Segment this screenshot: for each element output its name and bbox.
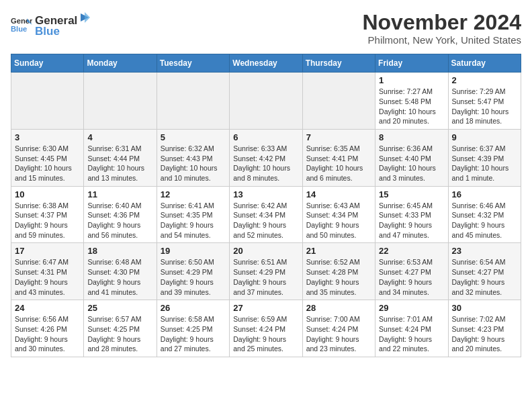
- day-number: 1: [379, 75, 444, 85]
- day-info: Sunrise: 7:27 AM Sunset: 5:48 PM Dayligh…: [379, 87, 444, 126]
- day-info: Sunrise: 6:33 AM Sunset: 4:42 PM Dayligh…: [233, 144, 298, 183]
- day-info: Sunrise: 6:35 AM Sunset: 4:41 PM Dayligh…: [306, 144, 371, 183]
- calendar-week-row: 24Sunrise: 6:56 AM Sunset: 4:26 PM Dayli…: [11, 300, 521, 357]
- day-number: 19: [161, 246, 226, 256]
- calendar-cell: 24Sunrise: 6:56 AM Sunset: 4:26 PM Dayli…: [11, 300, 84, 357]
- day-number: 15: [379, 189, 444, 199]
- day-number: 30: [452, 303, 517, 313]
- calendar-cell: [230, 73, 302, 130]
- weekday-header: Sunday: [11, 54, 84, 73]
- day-info: Sunrise: 6:58 AM Sunset: 4:25 PM Dayligh…: [161, 314, 226, 354]
- day-info: Sunrise: 6:36 AM Sunset: 4:40 PM Dayligh…: [379, 144, 444, 183]
- day-number: 29: [379, 303, 444, 313]
- logo-arrow-icon: [78, 11, 91, 24]
- day-info: Sunrise: 6:54 AM Sunset: 4:27 PM Dayligh…: [452, 257, 517, 297]
- calendar-cell: 3Sunrise: 6:30 AM Sunset: 4:45 PM Daylig…: [11, 129, 84, 186]
- day-number: 2: [452, 75, 517, 85]
- day-number: 10: [15, 189, 80, 199]
- calendar-cell: 22Sunrise: 6:53 AM Sunset: 4:27 PM Dayli…: [375, 243, 448, 300]
- weekday-header: Thursday: [302, 54, 375, 73]
- day-number: 14: [306, 189, 371, 199]
- calendar-cell: [84, 73, 157, 130]
- calendar-cell: 30Sunrise: 7:02 AM Sunset: 4:23 PM Dayli…: [448, 300, 521, 357]
- day-number: 8: [379, 132, 444, 142]
- calendar-cell: 27Sunrise: 6:59 AM Sunset: 4:24 PM Dayli…: [230, 300, 302, 357]
- day-number: 27: [233, 303, 298, 313]
- day-info: Sunrise: 6:59 AM Sunset: 4:24 PM Dayligh…: [233, 314, 298, 354]
- logo-icon: General Blue: [11, 14, 32, 36]
- calendar-cell: 6Sunrise: 6:33 AM Sunset: 4:42 PM Daylig…: [230, 129, 302, 186]
- svg-marker-5: [85, 12, 90, 23]
- calendar-cell: 13Sunrise: 6:42 AM Sunset: 4:34 PM Dayli…: [230, 186, 302, 243]
- day-number: 6: [233, 132, 298, 142]
- logo: General Blue General Blue: [11, 11, 92, 38]
- weekday-header: Wednesday: [230, 54, 302, 73]
- day-info: Sunrise: 6:40 AM Sunset: 4:36 PM Dayligh…: [87, 201, 152, 240]
- day-number: 22: [379, 246, 444, 256]
- day-number: 9: [452, 132, 517, 142]
- calendar-header: SundayMondayTuesdayWednesdayThursdayFrid…: [11, 54, 521, 73]
- calendar-cell: 26Sunrise: 6:58 AM Sunset: 4:25 PM Dayli…: [157, 300, 229, 357]
- day-info: Sunrise: 6:43 AM Sunset: 4:34 PM Dayligh…: [306, 201, 371, 240]
- day-info: Sunrise: 6:46 AM Sunset: 4:32 PM Dayligh…: [452, 201, 517, 240]
- day-info: Sunrise: 6:53 AM Sunset: 4:27 PM Dayligh…: [379, 257, 444, 297]
- page-title: November 2024: [362, 11, 521, 34]
- calendar-cell: 4Sunrise: 6:31 AM Sunset: 4:44 PM Daylig…: [84, 129, 157, 186]
- calendar-cell: 16Sunrise: 6:46 AM Sunset: 4:32 PM Dayli…: [448, 186, 521, 243]
- title-block: November 2024 Philmont, New York, United…: [362, 11, 521, 46]
- weekday-row: SundayMondayTuesdayWednesdayThursdayFrid…: [11, 54, 521, 73]
- day-info: Sunrise: 6:32 AM Sunset: 4:43 PM Dayligh…: [161, 144, 226, 183]
- weekday-header: Friday: [375, 54, 448, 73]
- calendar-cell: 14Sunrise: 6:43 AM Sunset: 4:34 PM Dayli…: [302, 186, 375, 243]
- day-info: Sunrise: 6:30 AM Sunset: 4:45 PM Dayligh…: [15, 144, 80, 183]
- day-info: Sunrise: 6:31 AM Sunset: 4:44 PM Dayligh…: [87, 144, 152, 183]
- calendar-cell: 21Sunrise: 6:52 AM Sunset: 4:28 PM Dayli…: [302, 243, 375, 300]
- day-info: Sunrise: 7:00 AM Sunset: 4:24 PM Dayligh…: [306, 314, 371, 354]
- day-info: Sunrise: 6:56 AM Sunset: 4:26 PM Dayligh…: [15, 314, 80, 354]
- day-info: Sunrise: 6:50 AM Sunset: 4:29 PM Dayligh…: [161, 257, 226, 297]
- day-number: 25: [87, 303, 152, 313]
- day-info: Sunrise: 7:01 AM Sunset: 4:24 PM Dayligh…: [379, 314, 444, 354]
- calendar-cell: 28Sunrise: 7:00 AM Sunset: 4:24 PM Dayli…: [302, 300, 375, 357]
- day-number: 7: [306, 132, 371, 142]
- day-number: 11: [87, 189, 152, 199]
- day-info: Sunrise: 6:57 AM Sunset: 4:25 PM Dayligh…: [87, 314, 152, 354]
- day-number: 24: [15, 303, 80, 313]
- day-number: 4: [87, 132, 152, 142]
- calendar-cell: 17Sunrise: 6:47 AM Sunset: 4:31 PM Dayli…: [11, 243, 84, 300]
- calendar-table: SundayMondayTuesdayWednesdayThursdayFrid…: [11, 54, 521, 357]
- calendar-cell: 12Sunrise: 6:41 AM Sunset: 4:35 PM Dayli…: [157, 186, 229, 243]
- weekday-header: Monday: [84, 54, 157, 73]
- day-number: 23: [452, 246, 517, 256]
- calendar-cell: 19Sunrise: 6:50 AM Sunset: 4:29 PM Dayli…: [157, 243, 229, 300]
- svg-text:Blue: Blue: [11, 24, 27, 32]
- day-info: Sunrise: 6:51 AM Sunset: 4:29 PM Dayligh…: [233, 257, 298, 297]
- calendar-cell: [302, 73, 375, 130]
- calendar-cell: [11, 73, 84, 130]
- calendar-body: 1Sunrise: 7:27 AM Sunset: 5:48 PM Daylig…: [11, 73, 521, 357]
- page-header: General Blue General Blue November 2024 …: [11, 11, 521, 46]
- day-number: 28: [306, 303, 371, 313]
- calendar-cell: 25Sunrise: 6:57 AM Sunset: 4:25 PM Dayli…: [84, 300, 157, 357]
- day-info: Sunrise: 6:47 AM Sunset: 4:31 PM Dayligh…: [15, 257, 80, 297]
- day-info: Sunrise: 6:42 AM Sunset: 4:34 PM Dayligh…: [233, 201, 298, 240]
- day-number: 18: [87, 246, 152, 256]
- day-number: 17: [15, 246, 80, 256]
- calendar-cell: 18Sunrise: 6:48 AM Sunset: 4:30 PM Dayli…: [84, 243, 157, 300]
- day-info: Sunrise: 6:45 AM Sunset: 4:33 PM Dayligh…: [379, 201, 444, 240]
- calendar-cell: 8Sunrise: 6:36 AM Sunset: 4:40 PM Daylig…: [375, 129, 448, 186]
- calendar-cell: 20Sunrise: 6:51 AM Sunset: 4:29 PM Dayli…: [230, 243, 302, 300]
- calendar-cell: [157, 73, 229, 130]
- day-number: 26: [161, 303, 226, 313]
- calendar-week-row: 1Sunrise: 7:27 AM Sunset: 5:48 PM Daylig…: [11, 73, 521, 130]
- day-number: 5: [161, 132, 226, 142]
- day-number: 12: [161, 189, 226, 199]
- day-info: Sunrise: 6:52 AM Sunset: 4:28 PM Dayligh…: [306, 257, 371, 297]
- calendar-cell: 2Sunrise: 7:29 AM Sunset: 5:47 PM Daylig…: [448, 73, 521, 130]
- calendar-cell: 10Sunrise: 6:38 AM Sunset: 4:37 PM Dayli…: [11, 186, 84, 243]
- calendar-week-row: 10Sunrise: 6:38 AM Sunset: 4:37 PM Dayli…: [11, 186, 521, 243]
- day-number: 21: [306, 246, 371, 256]
- calendar-cell: 29Sunrise: 7:01 AM Sunset: 4:24 PM Dayli…: [375, 300, 448, 357]
- calendar-cell: 15Sunrise: 6:45 AM Sunset: 4:33 PM Dayli…: [375, 186, 448, 243]
- day-info: Sunrise: 7:02 AM Sunset: 4:23 PM Dayligh…: [452, 314, 517, 354]
